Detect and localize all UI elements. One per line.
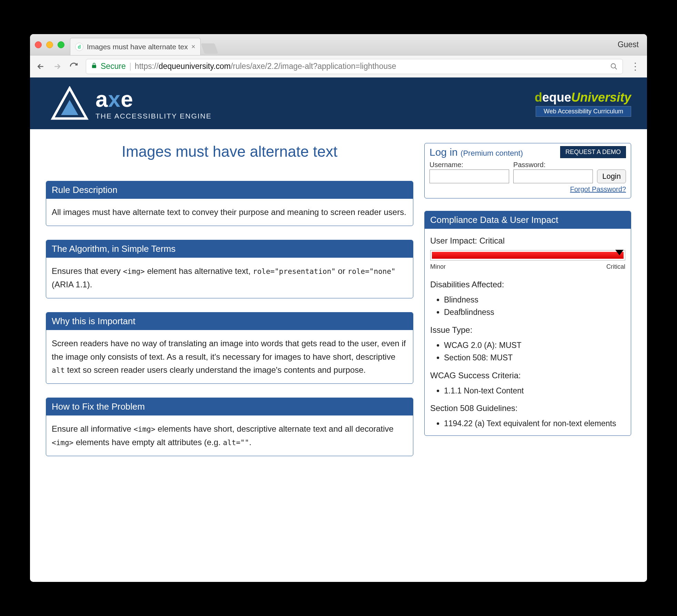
back-button[interactable] <box>36 62 45 71</box>
profile-label[interactable]: Guest <box>618 40 642 49</box>
rule-description-panel: Rule Description All images must have al… <box>46 181 413 226</box>
compliance-heading: Compliance Data & User Impact <box>425 211 631 229</box>
compliance-panel: Compliance Data & User Impact User Impac… <box>424 211 631 436</box>
why-important-body: Screen readers have no way of translatin… <box>46 330 413 383</box>
du-tagline: Web Accessibility Curriculum <box>536 106 631 117</box>
list-item: WCAG 2.0 (A): MUST <box>444 339 625 352</box>
svg-point-0 <box>611 63 616 68</box>
request-demo-button[interactable]: REQUEST A DEMO <box>560 146 626 158</box>
page-content: axe THE ACCESSIBILITY ENGINE dequeUniver… <box>30 78 647 582</box>
impact-min-label: Minor <box>430 262 446 272</box>
username-input[interactable] <box>430 170 509 183</box>
login-button[interactable]: Login <box>597 170 626 183</box>
close-window-button[interactable] <box>35 41 42 48</box>
browser-window: d Images must have alternate tex × Guest… <box>30 34 647 582</box>
du-brand-text: dequeUniversity <box>535 90 631 105</box>
algorithm-body: Ensures that every <img> element has alt… <box>46 258 413 298</box>
url-text: https://dequeuniversity.com/rules/axe/2.… <box>135 62 396 71</box>
axe-logo-text: axe <box>95 86 212 112</box>
site-header: axe THE ACCESSIBILITY ENGINE dequeUniver… <box>30 78 647 129</box>
browser-menu-button[interactable]: ⋮ <box>630 61 641 72</box>
section508-list: 1194.22 (a) Text equivalent for non-text… <box>444 417 625 430</box>
axe-logo[interactable]: axe THE ACCESSIBILITY ENGINE <box>51 86 212 121</box>
secure-label: Secure <box>101 62 126 71</box>
algorithm-panel: The Algorithm, in Simple Terms Ensures t… <box>46 240 413 298</box>
login-box: Log in (Premium content) REQUEST A DEMO … <box>424 143 631 198</box>
impact-max-label: Critical <box>606 262 625 272</box>
list-item: Section 508: MUST <box>444 351 625 364</box>
lock-icon <box>91 62 97 71</box>
new-tab-button[interactable] <box>201 43 218 54</box>
username-label: Username: <box>430 161 509 169</box>
login-heading: Log in (Premium content) <box>430 146 523 158</box>
section508-heading: Section 508 Guidelines: <box>430 402 625 415</box>
reload-button[interactable] <box>69 62 78 71</box>
browser-tab[interactable]: d Images must have alternate tex × <box>70 38 201 55</box>
minimize-window-button[interactable] <box>46 41 53 48</box>
compliance-body: User Impact: Critical Minor Critical Dis… <box>425 229 631 435</box>
disabilities-list: BlindnessDeafblindness <box>444 294 625 319</box>
forward-button[interactable] <box>53 62 62 71</box>
password-input[interactable] <box>513 170 593 183</box>
wcag-list: 1.1.1 Non-text Content <box>444 384 625 397</box>
deque-university-brand[interactable]: dequeUniversity Web Accessibility Curric… <box>535 90 631 117</box>
rule-description-heading: Rule Description <box>46 181 413 199</box>
list-item: Blindness <box>444 294 625 306</box>
issue-type-list: WCAG 2.0 (A): MUSTSection 508: MUST <box>444 339 625 365</box>
zoom-icon[interactable] <box>610 63 618 70</box>
impact-scale: Minor Critical <box>430 262 625 272</box>
axe-logo-icon <box>51 86 89 121</box>
why-important-panel: Why this is Important Screen readers hav… <box>46 312 413 384</box>
axe-logo-subtitle: THE ACCESSIBILITY ENGINE <box>95 112 212 120</box>
how-to-fix-panel: How to Fix the Problem Ensure all inform… <box>46 398 413 456</box>
how-to-fix-body: Ensure all informative <img> elements ha… <box>46 415 413 456</box>
tab-favicon: d <box>75 43 83 51</box>
page-title: Images must have alternate text <box>46 143 413 160</box>
impact-meter <box>430 250 625 260</box>
why-important-heading: Why this is Important <box>46 312 413 330</box>
algorithm-heading: The Algorithm, in Simple Terms <box>46 240 413 258</box>
address-bar[interactable]: Secure | https://dequeuniversity.com/rul… <box>86 59 623 74</box>
window-controls <box>35 41 64 48</box>
browser-toolbar: Secure | https://dequeuniversity.com/rul… <box>30 55 647 78</box>
user-impact-row: User Impact: Critical <box>430 234 625 247</box>
issue-type-heading: Issue Type: <box>430 324 625 337</box>
how-to-fix-heading: How to Fix the Problem <box>46 398 413 415</box>
sidebar-column: Log in (Premium content) REQUEST A DEMO … <box>424 143 631 450</box>
wcag-heading: WCAG Success Criteria: <box>430 369 625 382</box>
list-item: 1194.22 (a) Text equivalent for non-text… <box>444 417 625 430</box>
list-item: 1.1.1 Non-text Content <box>444 384 625 397</box>
tab-close-icon[interactable]: × <box>191 43 195 51</box>
maximize-window-button[interactable] <box>58 41 64 48</box>
impact-marker-icon <box>615 250 624 255</box>
tab-title: Images must have alternate tex <box>87 43 188 51</box>
password-label: Password: <box>513 161 593 169</box>
window-titlebar: d Images must have alternate tex × Guest <box>30 34 647 55</box>
address-separator: | <box>129 62 131 71</box>
forgot-password-link[interactable]: Forgot Password? <box>570 185 626 193</box>
main-column: Images must have alternate text Rule Des… <box>46 143 413 470</box>
disabilities-heading: Disabilities Affected: <box>430 278 625 291</box>
list-item: Deafblindness <box>444 306 625 319</box>
rule-description-body: All images must have alternate text to c… <box>46 199 413 226</box>
svg-marker-2 <box>61 100 78 115</box>
impact-bar-fill <box>432 252 624 259</box>
